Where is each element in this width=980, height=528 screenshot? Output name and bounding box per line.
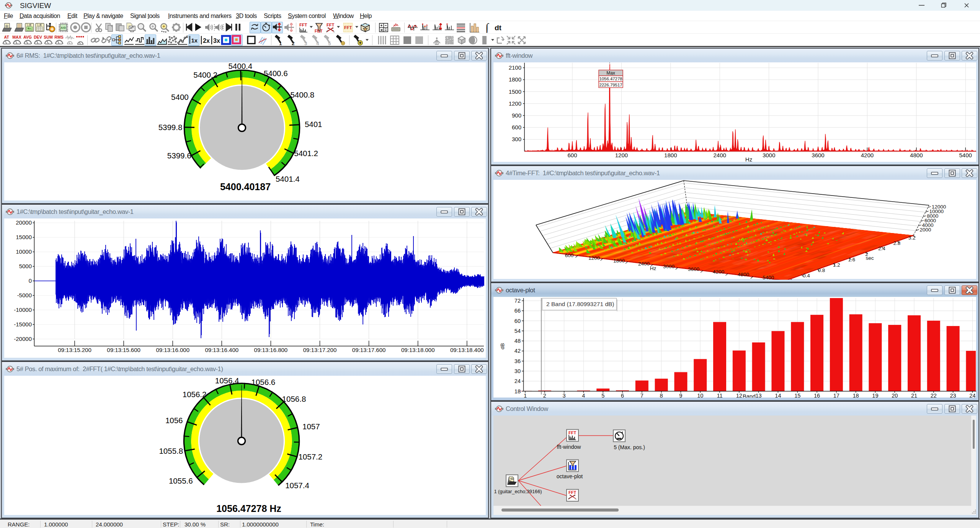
svg-text:19: 19 — [872, 393, 878, 398]
svg-text:1x: 1x — [191, 37, 198, 44]
svg-text:1056: 1056 — [165, 416, 183, 425]
svg-text:5400.6: 5400.6 — [264, 69, 288, 78]
svg-text:1200: 1200 — [588, 255, 600, 261]
svg-text:600: 600 — [567, 152, 577, 158]
svg-text:1800: 1800 — [509, 76, 521, 83]
svg-text:0.8: 0.8 — [818, 267, 825, 273]
svg-text:DEV: DEV — [34, 35, 42, 39]
svg-text:20: 20 — [892, 393, 898, 398]
svg-text:1056.6: 1056.6 — [252, 378, 276, 386]
svg-text:3x: 3x — [213, 37, 220, 44]
svg-text:fft-window: fft-window — [557, 444, 581, 450]
svg-text:octave-plot: octave-plot — [557, 473, 583, 479]
svg-text:36: 36 — [514, 358, 521, 364]
svg-text:-10000: -10000 — [14, 306, 32, 313]
svg-text:5399.6: 5399.6 — [167, 151, 191, 160]
svg-text:Hz: Hz — [745, 156, 752, 163]
svg-text:4: 4 — [582, 393, 585, 398]
svg-text:3600: 3600 — [688, 266, 699, 272]
svg-text:09:13:16.000: 09:13:16.000 — [156, 347, 189, 353]
svg-text:-5000: -5000 — [17, 292, 32, 298]
svg-text:4200: 4200 — [713, 269, 724, 275]
svg-text:2: 2 — [543, 393, 546, 398]
svg-text:5401.2: 5401.2 — [294, 149, 318, 158]
svg-text:300: 300 — [512, 136, 521, 142]
svg-text:x: x — [575, 498, 577, 500]
svg-text:11: 11 — [717, 393, 722, 398]
svg-text:FFT: FFT — [327, 23, 334, 27]
svg-text:A/D: A/D — [61, 26, 66, 29]
svg-text:18: 18 — [514, 388, 521, 394]
svg-text:09:13:16.400: 09:13:16.400 — [205, 347, 239, 353]
svg-text:Max: Max — [606, 70, 615, 76]
svg-text:42: 42 — [514, 348, 521, 354]
svg-text:FFT: FFT — [299, 23, 307, 27]
svg-text:1055.6: 1055.6 — [169, 476, 193, 485]
svg-text:2400: 2400 — [714, 152, 726, 158]
svg-text:RMS: RMS — [54, 35, 63, 39]
svg-text:-20000: -20000 — [14, 336, 32, 342]
svg-text:8: 8 — [660, 393, 663, 398]
svg-text:24: 24 — [969, 393, 975, 398]
svg-text:23: 23 — [950, 393, 956, 398]
svg-text:30: 30 — [514, 368, 521, 374]
svg-text:5400.8: 5400.8 — [290, 90, 314, 99]
svg-text:0: 0 — [29, 277, 32, 284]
svg-text:3600: 3600 — [812, 152, 824, 158]
svg-text:16: 16 — [814, 393, 820, 398]
svg-text:1800: 1800 — [664, 152, 677, 158]
svg-text:12000: 12000 — [932, 204, 946, 210]
svg-text:2226.79517: 2226.79517 — [599, 83, 622, 87]
svg-text:2: 2 — [292, 41, 295, 46]
svg-text:4: 4 — [316, 41, 319, 46]
svg-text:dt: dt — [495, 24, 502, 32]
svg-text:-15000: -15000 — [14, 321, 32, 328]
svg-text:4200: 4200 — [861, 152, 874, 158]
svg-text:2.8: 2.8 — [893, 240, 900, 246]
svg-text:1056.4: 1056.4 — [215, 376, 239, 385]
svg-text:48: 48 — [514, 338, 521, 344]
svg-text:22: 22 — [931, 393, 937, 398]
svg-text:1.6: 1.6 — [848, 257, 855, 262]
svg-text:600: 600 — [565, 253, 574, 258]
svg-text:3000: 3000 — [763, 152, 775, 158]
svg-text:1056.2: 1056.2 — [183, 390, 207, 399]
svg-text:900: 900 — [512, 112, 521, 119]
svg-text:20000: 20000 — [16, 219, 32, 226]
svg-text:AVG: AVG — [23, 35, 32, 39]
svg-text:FFT: FFT — [568, 490, 576, 495]
svg-text:12: 12 — [736, 393, 742, 398]
svg-text:dB: dB — [500, 343, 505, 350]
svg-text:9: 9 — [679, 393, 682, 398]
svg-text:09:13:15.600: 09:13:15.600 — [107, 347, 140, 353]
svg-text:4800: 4800 — [738, 272, 749, 277]
svg-text:5400: 5400 — [763, 275, 774, 280]
svg-text:5400: 5400 — [171, 93, 189, 101]
svg-text:sec: sec — [866, 255, 874, 261]
svg-text:1: 1 — [524, 393, 527, 398]
svg-text:5400: 5400 — [959, 152, 972, 158]
svg-text:09:13:18.000: 09:13:18.000 — [401, 347, 435, 353]
svg-text:4800: 4800 — [910, 152, 923, 158]
svg-text:1056.47278 Hz: 1056.47278 Hz — [216, 503, 281, 514]
svg-text:600: 600 — [512, 124, 521, 130]
svg-text:2400: 2400 — [638, 261, 650, 267]
svg-text:5401: 5401 — [305, 120, 322, 129]
svg-text:FFT: FFT — [344, 25, 352, 30]
svg-text:Band: Band — [743, 393, 756, 398]
svg-text:72: 72 — [514, 298, 521, 304]
svg-text:2 Band (17.80993271 dB): 2 Band (17.80993271 dB) — [546, 301, 614, 307]
svg-text:15: 15 — [794, 393, 800, 398]
svg-text:z: z — [326, 31, 327, 33]
svg-text:5400.2: 5400.2 — [193, 70, 217, 79]
svg-text:24: 24 — [514, 378, 521, 384]
svg-text:54: 54 — [514, 328, 521, 334]
svg-text:0.4: 0.4 — [803, 273, 810, 279]
svg-text:13: 13 — [756, 393, 762, 398]
svg-text:5 (Max. pos.): 5 (Max. pos.) — [614, 444, 645, 450]
svg-text:5: 5 — [601, 393, 604, 398]
svg-text:09:13:17.200: 09:13:17.200 — [303, 347, 337, 353]
svg-text:5400.40187: 5400.40187 — [220, 181, 271, 192]
svg-text:AT: AT — [4, 35, 9, 39]
svg-text:Hz: Hz — [650, 266, 657, 271]
